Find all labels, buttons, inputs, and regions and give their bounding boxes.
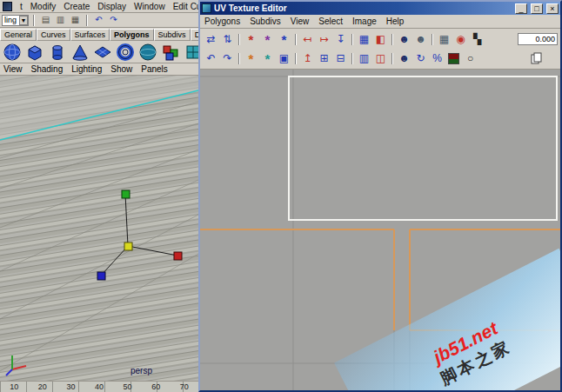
color-cluster-button[interactable] <box>160 42 181 63</box>
unfold-uvs-button[interactable]: * <box>259 50 276 66</box>
chevron-down-icon: ▼ <box>19 16 28 25</box>
uv-menu-subdivs[interactable]: Subdivs <box>250 17 281 26</box>
color-swatch-icon <box>448 53 459 64</box>
shelf-tab-polygons[interactable]: Polygons <box>110 29 154 41</box>
subdiv-sphere-icon <box>138 43 157 62</box>
manipulator-handle-yellow[interactable] <box>124 243 132 250</box>
tile-flip-button[interactable]: ◧ <box>372 31 389 47</box>
menu-set-label: ling <box>4 16 17 24</box>
tile-u-button[interactable]: ▥ <box>356 50 372 66</box>
maximize-button[interactable]: □ <box>531 3 543 14</box>
grid-toggle-button[interactable]: ▦ <box>436 31 452 47</box>
close-button[interactable]: × <box>546 3 559 14</box>
uv-menu-select[interactable]: Select <box>318 17 343 26</box>
status-separator <box>33 15 35 26</box>
panel-menu-panels[interactable]: Panels <box>141 64 168 74</box>
time-slider[interactable]: 10 20 30 40 50 60 70 <box>0 381 198 392</box>
tile-layout-button[interactable]: ▦ <box>356 31 372 47</box>
uv-value-field[interactable]: 0.000 <box>518 33 558 45</box>
polygon-plane-button[interactable] <box>92 42 113 63</box>
polygon-torus-button[interactable] <box>115 42 136 63</box>
uv-window-titlebar[interactable]: UV Texture Editor _ □ × <box>200 2 560 15</box>
flip-u-button[interactable]: ⇄ <box>203 31 219 47</box>
align-v-max-button[interactable]: ↥ <box>299 50 316 66</box>
distribute-u-button[interactable]: ⊞ <box>316 50 332 66</box>
open-scene-button[interactable]: ▥ <box>54 14 67 26</box>
polygon-torus-icon <box>116 43 135 62</box>
panel-menu-lighting[interactable]: Lighting <box>71 64 102 74</box>
menu-item-create[interactable]: Create <box>64 2 90 11</box>
uv-menu-image[interactable]: Image <box>352 17 377 26</box>
new-scene-button[interactable]: ▤ <box>39 14 52 26</box>
menu-set-dropdown[interactable]: ling ▼ <box>2 15 29 26</box>
circle-display-button[interactable]: ○ <box>462 50 478 66</box>
time-tick: 10 <box>0 382 29 391</box>
menu-item-window[interactable]: Window <box>134 2 165 11</box>
display-image-button[interactable]: ☻ <box>396 31 412 47</box>
sew-uvs-button[interactable]: * <box>276 31 292 47</box>
split-uvs-button[interactable]: * <box>259 31 276 47</box>
menu-item-edit-curves[interactable]: Edit Curves <box>173 2 198 11</box>
toolbar-separator <box>391 53 393 64</box>
polygon-cylinder-button[interactable] <box>47 42 68 63</box>
redo-button[interactable]: ↷ <box>107 14 120 26</box>
polygon-sphere-button[interactable] <box>2 42 23 63</box>
time-tick: 70 <box>170 382 198 391</box>
time-tick: 60 <box>142 382 171 391</box>
polygon-plane-icon <box>93 43 112 62</box>
cycle-uvs-button[interactable]: ▣ <box>276 50 292 66</box>
flip-v-button[interactable]: ⇅ <box>219 31 236 47</box>
uv-snapshot-button[interactable]: ☻ <box>396 50 412 66</box>
uv-menu-help[interactable]: Help <box>386 17 405 26</box>
shelf-tab-general[interactable]: General <box>0 29 37 41</box>
relax-uvs-button[interactable]: * <box>243 50 259 66</box>
toolbar-separator <box>351 53 353 64</box>
uv-window-title: UV Texture Editor <box>214 3 512 13</box>
tile-v-button[interactable]: ◫ <box>372 50 389 66</box>
copy-icon <box>531 52 543 64</box>
shelf-tabs: General Curves Surfaces Polygons Subdivs… <box>0 28 198 41</box>
manipulator-handle-green[interactable] <box>122 190 130 198</box>
uv-menu-polygons[interactable]: Polygons <box>204 17 240 26</box>
shelf-tab-curves[interactable]: Curves <box>37 29 70 41</box>
perspective-viewport[interactable]: persp <box>0 76 198 381</box>
minimize-button[interactable]: _ <box>515 3 527 14</box>
shelf-tab-subdivs[interactable]: Subdivs <box>154 29 191 41</box>
subdiv-sphere-button[interactable] <box>137 42 158 63</box>
polygon-cube-button[interactable] <box>24 42 45 63</box>
menu-item-display[interactable]: Display <box>97 2 126 11</box>
panel-menu-shading[interactable]: Shading <box>31 64 64 74</box>
percent-button[interactable]: % <box>429 50 445 66</box>
manipulator-handle-red[interactable] <box>174 252 182 260</box>
align-v-min-button[interactable]: ↧ <box>332 31 349 47</box>
pixel-snap-button[interactable]: ◉ <box>452 31 469 47</box>
menu-item[interactable]: t <box>20 2 23 11</box>
shelf-tab-surfaces[interactable]: Surfaces <box>70 29 110 41</box>
uv-menu-view[interactable]: View <box>291 17 310 26</box>
color-swatch-button[interactable] <box>445 50 462 66</box>
save-scene-button[interactable]: ▦ <box>69 14 82 26</box>
align-u-max-button[interactable]: ↦ <box>316 31 332 47</box>
polygon-sphere-icon <box>3 43 22 62</box>
lattice-button[interactable] <box>183 42 198 63</box>
rotate-ccw-button[interactable]: ↶ <box>203 50 219 66</box>
time-tick: 50 <box>113 382 142 391</box>
cut-uvs-button[interactable]: * <box>243 31 259 47</box>
manipulator-handle-blue[interactable] <box>97 272 105 280</box>
toolbar-separator <box>295 53 297 64</box>
undo-button[interactable]: ↶ <box>92 14 105 26</box>
copy-uv-value-button[interactable] <box>528 50 545 66</box>
distribute-v-button[interactable]: ⊟ <box>332 50 349 66</box>
refresh-view-button[interactable]: ↻ <box>412 50 429 66</box>
uv-canvas[interactable]: jb51.net 脚本之家 <box>200 70 560 390</box>
align-u-min-button[interactable]: ↤ <box>299 31 316 47</box>
panel-menu-show[interactable]: Show <box>110 64 132 74</box>
menu-item-modify[interactable]: Modify <box>30 2 56 11</box>
checker-display-button[interactable]: ▚ <box>469 31 485 47</box>
panel-menu-view[interactable]: View <box>3 64 23 74</box>
maya-status-line: ling ▼ ▤ ▥ ▦ ↶ ↷ <box>0 13 198 28</box>
display-solid-button[interactable]: ☻ <box>412 31 429 47</box>
rotate-cw-button[interactable]: ↷ <box>219 50 236 66</box>
polygon-cone-button[interactable] <box>70 42 90 63</box>
maya-main-window: t Modify Create Display Window Edit Curv… <box>0 0 198 392</box>
